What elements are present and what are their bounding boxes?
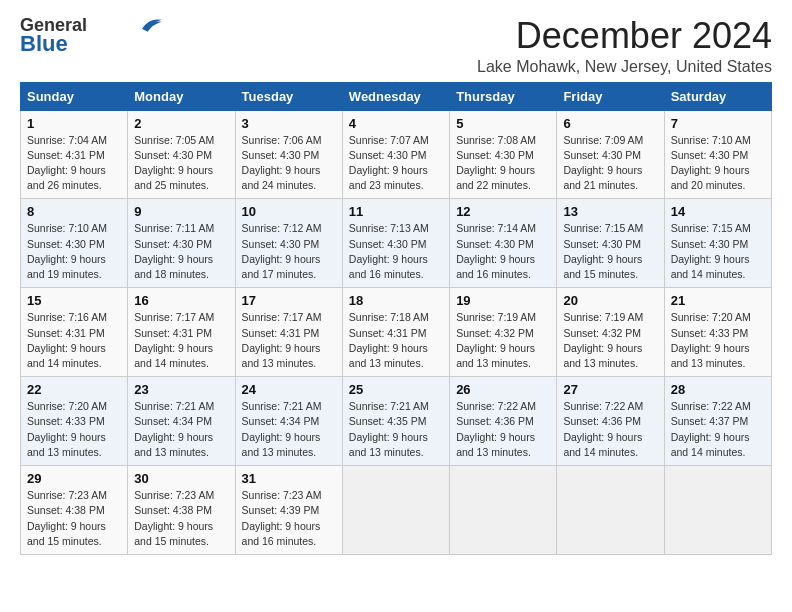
day-info: Sunrise: 7:09 AM Sunset: 4:30 PM Dayligh…	[563, 134, 643, 192]
calendar-cell: 26 Sunrise: 7:22 AM Sunset: 4:36 PM Dayl…	[450, 377, 557, 466]
calendar-cell	[342, 466, 449, 555]
calendar-cell: 3 Sunrise: 7:06 AM Sunset: 4:30 PM Dayli…	[235, 110, 342, 199]
calendar-cell: 7 Sunrise: 7:10 AM Sunset: 4:30 PM Dayli…	[664, 110, 771, 199]
day-info: Sunrise: 7:05 AM Sunset: 4:30 PM Dayligh…	[134, 134, 214, 192]
calendar-cell: 9 Sunrise: 7:11 AM Sunset: 4:30 PM Dayli…	[128, 199, 235, 288]
title-area: December 2024 Lake Mohawk, New Jersey, U…	[477, 16, 772, 76]
day-number: 11	[349, 204, 443, 219]
day-info: Sunrise: 7:22 AM Sunset: 4:36 PM Dayligh…	[563, 400, 643, 458]
calendar-cell: 18 Sunrise: 7:18 AM Sunset: 4:31 PM Dayl…	[342, 288, 449, 377]
day-number: 17	[242, 293, 336, 308]
day-of-week-saturday: Saturday	[664, 82, 771, 110]
day-of-week-sunday: Sunday	[21, 82, 128, 110]
calendar-cell: 16 Sunrise: 7:17 AM Sunset: 4:31 PM Dayl…	[128, 288, 235, 377]
day-info: Sunrise: 7:22 AM Sunset: 4:37 PM Dayligh…	[671, 400, 751, 458]
day-number: 6	[563, 116, 657, 131]
day-number: 16	[134, 293, 228, 308]
calendar-cell: 27 Sunrise: 7:22 AM Sunset: 4:36 PM Dayl…	[557, 377, 664, 466]
day-number: 26	[456, 382, 550, 397]
day-of-week-wednesday: Wednesday	[342, 82, 449, 110]
calendar-cell: 31 Sunrise: 7:23 AM Sunset: 4:39 PM Dayl…	[235, 466, 342, 555]
day-info: Sunrise: 7:04 AM Sunset: 4:31 PM Dayligh…	[27, 134, 107, 192]
logo: General Blue	[20, 16, 163, 56]
calendar-cell: 5 Sunrise: 7:08 AM Sunset: 4:30 PM Dayli…	[450, 110, 557, 199]
day-info: Sunrise: 7:19 AM Sunset: 4:32 PM Dayligh…	[563, 311, 643, 369]
day-number: 31	[242, 471, 336, 486]
calendar-week-row: 8 Sunrise: 7:10 AM Sunset: 4:30 PM Dayli…	[21, 199, 772, 288]
location-subtitle: Lake Mohawk, New Jersey, United States	[477, 58, 772, 76]
calendar-cell: 19 Sunrise: 7:19 AM Sunset: 4:32 PM Dayl…	[450, 288, 557, 377]
day-number: 13	[563, 204, 657, 219]
day-info: Sunrise: 7:15 AM Sunset: 4:30 PM Dayligh…	[671, 222, 751, 280]
day-info: Sunrise: 7:21 AM Sunset: 4:35 PM Dayligh…	[349, 400, 429, 458]
day-number: 15	[27, 293, 121, 308]
day-of-week-tuesday: Tuesday	[235, 82, 342, 110]
day-number: 20	[563, 293, 657, 308]
calendar-cell: 28 Sunrise: 7:22 AM Sunset: 4:37 PM Dayl…	[664, 377, 771, 466]
logo-bird-icon	[135, 16, 163, 34]
day-info: Sunrise: 7:16 AM Sunset: 4:31 PM Dayligh…	[27, 311, 107, 369]
calendar-cell: 24 Sunrise: 7:21 AM Sunset: 4:34 PM Dayl…	[235, 377, 342, 466]
day-info: Sunrise: 7:13 AM Sunset: 4:30 PM Dayligh…	[349, 222, 429, 280]
day-info: Sunrise: 7:21 AM Sunset: 4:34 PM Dayligh…	[242, 400, 322, 458]
day-number: 24	[242, 382, 336, 397]
day-number: 29	[27, 471, 121, 486]
day-info: Sunrise: 7:23 AM Sunset: 4:38 PM Dayligh…	[27, 489, 107, 547]
page-title: December 2024	[477, 16, 772, 56]
calendar-cell	[450, 466, 557, 555]
day-info: Sunrise: 7:20 AM Sunset: 4:33 PM Dayligh…	[27, 400, 107, 458]
day-of-week-friday: Friday	[557, 82, 664, 110]
day-info: Sunrise: 7:22 AM Sunset: 4:36 PM Dayligh…	[456, 400, 536, 458]
calendar-week-row: 22 Sunrise: 7:20 AM Sunset: 4:33 PM Dayl…	[21, 377, 772, 466]
day-number: 10	[242, 204, 336, 219]
calendar-cell: 4 Sunrise: 7:07 AM Sunset: 4:30 PM Dayli…	[342, 110, 449, 199]
logo-blue: Blue	[20, 32, 68, 56]
day-info: Sunrise: 7:07 AM Sunset: 4:30 PM Dayligh…	[349, 134, 429, 192]
calendar-cell: 12 Sunrise: 7:14 AM Sunset: 4:30 PM Dayl…	[450, 199, 557, 288]
day-info: Sunrise: 7:10 AM Sunset: 4:30 PM Dayligh…	[671, 134, 751, 192]
header: General Blue December 2024 Lake Mohawk, …	[20, 16, 772, 76]
day-number: 5	[456, 116, 550, 131]
calendar-cell: 15 Sunrise: 7:16 AM Sunset: 4:31 PM Dayl…	[21, 288, 128, 377]
day-number: 7	[671, 116, 765, 131]
calendar-cell: 1 Sunrise: 7:04 AM Sunset: 4:31 PM Dayli…	[21, 110, 128, 199]
day-info: Sunrise: 7:15 AM Sunset: 4:30 PM Dayligh…	[563, 222, 643, 280]
day-info: Sunrise: 7:06 AM Sunset: 4:30 PM Dayligh…	[242, 134, 322, 192]
day-number: 27	[563, 382, 657, 397]
calendar-cell: 22 Sunrise: 7:20 AM Sunset: 4:33 PM Dayl…	[21, 377, 128, 466]
day-number: 19	[456, 293, 550, 308]
day-info: Sunrise: 7:23 AM Sunset: 4:39 PM Dayligh…	[242, 489, 322, 547]
calendar-cell: 21 Sunrise: 7:20 AM Sunset: 4:33 PM Dayl…	[664, 288, 771, 377]
day-info: Sunrise: 7:23 AM Sunset: 4:38 PM Dayligh…	[134, 489, 214, 547]
calendar-cell	[557, 466, 664, 555]
day-number: 8	[27, 204, 121, 219]
calendar-cell	[664, 466, 771, 555]
day-info: Sunrise: 7:08 AM Sunset: 4:30 PM Dayligh…	[456, 134, 536, 192]
calendar-week-row: 15 Sunrise: 7:16 AM Sunset: 4:31 PM Dayl…	[21, 288, 772, 377]
day-info: Sunrise: 7:10 AM Sunset: 4:30 PM Dayligh…	[27, 222, 107, 280]
calendar-cell: 14 Sunrise: 7:15 AM Sunset: 4:30 PM Dayl…	[664, 199, 771, 288]
calendar-cell: 25 Sunrise: 7:21 AM Sunset: 4:35 PM Dayl…	[342, 377, 449, 466]
day-info: Sunrise: 7:11 AM Sunset: 4:30 PM Dayligh…	[134, 222, 214, 280]
day-of-week-monday: Monday	[128, 82, 235, 110]
day-number: 22	[27, 382, 121, 397]
calendar-cell: 17 Sunrise: 7:17 AM Sunset: 4:31 PM Dayl…	[235, 288, 342, 377]
day-number: 25	[349, 382, 443, 397]
day-number: 28	[671, 382, 765, 397]
day-number: 9	[134, 204, 228, 219]
day-info: Sunrise: 7:17 AM Sunset: 4:31 PM Dayligh…	[134, 311, 214, 369]
day-number: 30	[134, 471, 228, 486]
calendar-cell: 2 Sunrise: 7:05 AM Sunset: 4:30 PM Dayli…	[128, 110, 235, 199]
calendar-cell: 10 Sunrise: 7:12 AM Sunset: 4:30 PM Dayl…	[235, 199, 342, 288]
day-number: 18	[349, 293, 443, 308]
calendar-cell: 30 Sunrise: 7:23 AM Sunset: 4:38 PM Dayl…	[128, 466, 235, 555]
calendar-cell: 11 Sunrise: 7:13 AM Sunset: 4:30 PM Dayl…	[342, 199, 449, 288]
day-info: Sunrise: 7:18 AM Sunset: 4:31 PM Dayligh…	[349, 311, 429, 369]
day-info: Sunrise: 7:17 AM Sunset: 4:31 PM Dayligh…	[242, 311, 322, 369]
day-info: Sunrise: 7:14 AM Sunset: 4:30 PM Dayligh…	[456, 222, 536, 280]
calendar-cell: 23 Sunrise: 7:21 AM Sunset: 4:34 PM Dayl…	[128, 377, 235, 466]
calendar-cell: 20 Sunrise: 7:19 AM Sunset: 4:32 PM Dayl…	[557, 288, 664, 377]
day-number: 14	[671, 204, 765, 219]
day-number: 23	[134, 382, 228, 397]
calendar-week-row: 1 Sunrise: 7:04 AM Sunset: 4:31 PM Dayli…	[21, 110, 772, 199]
